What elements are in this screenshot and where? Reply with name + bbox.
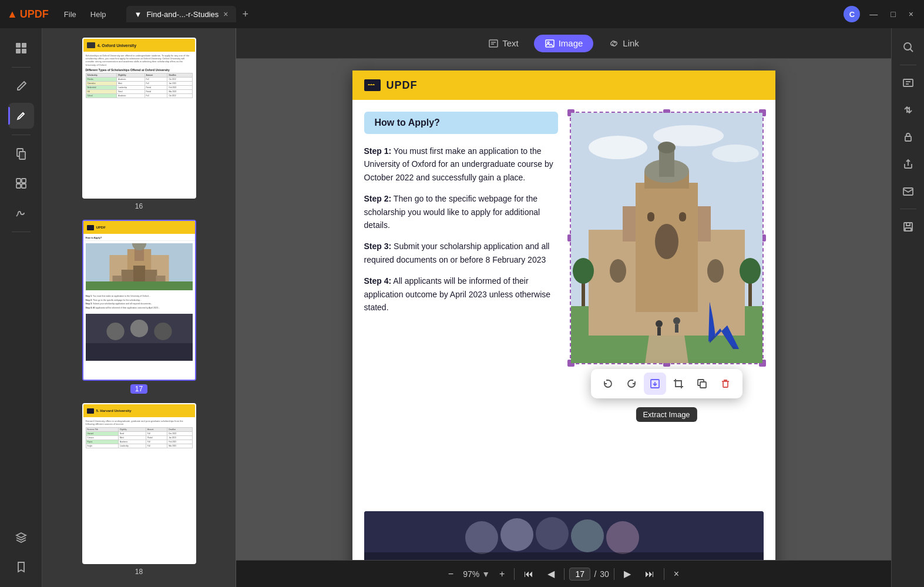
thumbnail-page-16[interactable]: 4. Oxford University Scholarships at Oxf…: [82, 38, 196, 210]
thumb-oxford-image: [86, 243, 193, 290]
thumb-num-18: 18: [135, 568, 143, 576]
svg-point-55: [656, 320, 663, 327]
svg-point-33: [589, 136, 647, 159]
menu-file[interactable]: File: [58, 8, 82, 21]
pdf-viewport: UPDF How to Apply? Step 1: You must firs…: [236, 59, 891, 560]
close-button[interactable]: ×: [905, 8, 917, 20]
svg-point-23: [106, 323, 124, 340]
bottom-sep-4: [664, 568, 664, 580]
svg-rect-58: [675, 324, 678, 333]
zoom-in-button[interactable]: +: [495, 566, 509, 582]
prev-page-button[interactable]: ◀: [543, 566, 559, 582]
right-ocr-button[interactable]: [896, 71, 920, 95]
svg-point-54: [740, 258, 761, 284]
thumb-preview-16: 4. Oxford University Scholarships at Oxf…: [83, 39, 195, 197]
user-avatar[interactable]: C: [844, 6, 860, 22]
svg-point-57: [673, 317, 680, 324]
svg-point-43: [658, 142, 676, 153]
selected-image-container[interactable]: Extract Image: [570, 112, 764, 364]
right-email-button[interactable]: [896, 179, 920, 203]
bottom-sep-2: [564, 568, 565, 580]
tab-label: Find-and-...-r-Studies: [146, 10, 219, 19]
menu-help[interactable]: Help: [85, 8, 112, 21]
sidebar-item-bookmark[interactable]: [8, 554, 34, 580]
sidebar-item-edit[interactable]: [8, 73, 34, 99]
crop-image-button[interactable]: [667, 373, 690, 395]
svg-point-70: [904, 43, 911, 50]
sidebar-item-pages[interactable]: [8, 141, 34, 167]
svg-rect-72: [903, 79, 913, 86]
step1-text: You must first make an application to th…: [364, 146, 553, 182]
thumbnail-page-17[interactable]: UPDF How to Apply?: [82, 220, 196, 394]
link-tool-button[interactable]: Link: [598, 35, 650, 52]
text-tool-button[interactable]: Text: [478, 35, 529, 52]
svg-point-67: [571, 519, 604, 552]
app-logo: ▲ UPDF: [7, 8, 49, 21]
bottom-strip-image: [364, 511, 764, 560]
svg-rect-7: [16, 179, 21, 183]
thumbnail-panel[interactable]: 4. Oxford University Scholarships at Oxf…: [42, 28, 236, 587]
delete-image-button[interactable]: [714, 373, 737, 395]
right-search-button[interactable]: [896, 35, 920, 59]
active-indicator: [8, 107, 10, 125]
sidebar-item-thumbnails[interactable]: [8, 35, 34, 61]
svg-rect-75: [905, 136, 911, 141]
maximize-button[interactable]: □: [887, 8, 899, 20]
new-tab-button[interactable]: +: [238, 8, 252, 21]
svg-rect-49: [647, 212, 654, 222]
rotate-right-button[interactable]: [620, 373, 643, 395]
step4-text: All applicants will be informed of their…: [364, 276, 551, 312]
thumb-preview-18: 5. Harvard University Harvard University…: [83, 404, 195, 563]
svg-rect-2: [16, 49, 21, 53]
rotate-left-button[interactable]: [597, 373, 619, 395]
first-page-button[interactable]: ⏮: [519, 566, 538, 582]
tab-close-button[interactable]: ×: [223, 9, 228, 19]
extract-image-tooltip: Extract Image: [636, 407, 697, 422]
sidebar-item-sign[interactable]: [8, 200, 34, 226]
image-float-toolbar[interactable]: Extract Image: [591, 369, 742, 398]
sidebar-item-layers[interactable]: [8, 525, 34, 551]
last-page-button[interactable]: ⏭: [640, 566, 659, 582]
step3-text: Submit your scholarship application and …: [364, 241, 550, 264]
right-convert-button[interactable]: [896, 98, 920, 122]
thumb-logo-16: [87, 42, 95, 48]
logo-icon: ▲: [7, 8, 18, 21]
pdf-page: UPDF How to Apply? Step 1: You must firs…: [352, 71, 775, 560]
image-tool-button[interactable]: Image: [534, 35, 594, 52]
right-protect-button[interactable]: [896, 125, 920, 149]
step-1: Step 1: You must first make an applicati…: [364, 145, 558, 184]
svg-point-52: [573, 258, 594, 284]
zoom-out-button[interactable]: −: [443, 566, 458, 582]
svg-point-47: [610, 259, 626, 283]
thumb-num-16: 16: [135, 202, 143, 210]
minimize-button[interactable]: —: [866, 8, 881, 20]
menu-bar: File Help: [58, 8, 112, 21]
extract-image-button[interactable]: [644, 373, 666, 395]
right-save-button[interactable]: [896, 215, 920, 239]
edit-toolbar: Text Image Link: [236, 28, 891, 59]
thumb-frame-17: UPDF How to Apply?: [82, 220, 196, 381]
svg-rect-0: [16, 43, 21, 48]
svg-point-24: [130, 320, 147, 337]
close-nav-button[interactable]: ×: [669, 566, 684, 582]
sidebar-item-organize[interactable]: [8, 170, 34, 196]
svg-rect-69: [364, 552, 764, 560]
next-page-button[interactable]: ▶: [619, 566, 636, 582]
svg-point-25: [154, 323, 172, 340]
svg-rect-56: [657, 327, 661, 336]
active-tab[interactable]: ▼ Find-and-...-r-Studies ×: [126, 6, 237, 22]
svg-rect-8: [22, 179, 26, 183]
svg-rect-10: [22, 184, 26, 188]
svg-line-71: [910, 49, 913, 52]
copy-image-button[interactable]: [691, 373, 713, 395]
svg-rect-18: [133, 266, 145, 281]
app-body: 4. Oxford University Scholarships at Oxf…: [0, 28, 924, 587]
svg-rect-27: [489, 40, 498, 47]
zoom-dropdown-icon[interactable]: ▼: [482, 569, 490, 579]
thumb-logo-17: [87, 225, 94, 230]
page-left: How to Apply? Step 1: You must first mak…: [364, 112, 558, 499]
current-page-input[interactable]: [569, 568, 590, 581]
right-share-button[interactable]: [896, 152, 920, 176]
thumbnail-page-18[interactable]: 5. Harvard University Harvard University…: [82, 403, 196, 576]
sidebar-item-annotate[interactable]: [8, 103, 34, 129]
